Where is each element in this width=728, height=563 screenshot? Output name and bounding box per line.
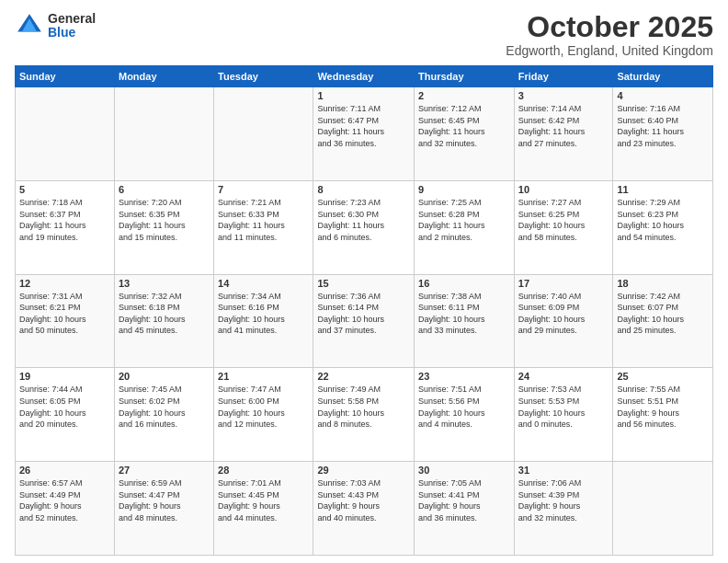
logo-text: General Blue <box>48 12 96 40</box>
calendar-cell: 31Sunrise: 7:06 AM Sunset: 4:39 PM Dayli… <box>514 462 613 556</box>
day-number: 26 <box>19 465 110 476</box>
day-number: 3 <box>518 90 609 101</box>
day-info: Sunrise: 7:12 AM Sunset: 6:45 PM Dayligh… <box>418 103 510 149</box>
day-header-sunday: Sunday <box>16 66 115 87</box>
day-number: 27 <box>119 465 210 476</box>
day-info: Sunrise: 7:06 AM Sunset: 4:39 PM Dayligh… <box>518 477 609 523</box>
day-number: 23 <box>418 371 510 382</box>
day-number: 5 <box>19 184 110 195</box>
day-info: Sunrise: 7:31 AM Sunset: 6:21 PM Dayligh… <box>19 291 110 337</box>
day-number: 10 <box>518 184 609 195</box>
day-info: Sunrise: 6:57 AM Sunset: 4:49 PM Dayligh… <box>19 477 110 523</box>
day-info: Sunrise: 7:47 AM Sunset: 6:00 PM Dayligh… <box>218 384 309 430</box>
day-info: Sunrise: 7:21 AM Sunset: 6:33 PM Dayligh… <box>218 197 309 243</box>
day-number: 14 <box>218 278 309 289</box>
calendar-cell: 5Sunrise: 7:18 AM Sunset: 6:37 PM Daylig… <box>16 180 115 274</box>
calendar-cell: 13Sunrise: 7:32 AM Sunset: 6:18 PM Dayli… <box>114 274 213 368</box>
calendar-cell: 12Sunrise: 7:31 AM Sunset: 6:21 PM Dayli… <box>16 274 115 368</box>
calendar-cell: 17Sunrise: 7:40 AM Sunset: 6:09 PM Dayli… <box>514 274 613 368</box>
day-info: Sunrise: 7:11 AM Sunset: 6:47 PM Dayligh… <box>317 103 410 149</box>
day-info: Sunrise: 7:03 AM Sunset: 4:43 PM Dayligh… <box>317 477 410 523</box>
day-info: Sunrise: 7:40 AM Sunset: 6:09 PM Dayligh… <box>518 291 609 337</box>
day-number: 9 <box>418 184 510 195</box>
day-info: Sunrise: 7:38 AM Sunset: 6:11 PM Dayligh… <box>418 291 510 337</box>
day-info: Sunrise: 7:53 AM Sunset: 5:53 PM Dayligh… <box>518 384 609 430</box>
day-number: 12 <box>19 278 110 289</box>
day-info: Sunrise: 7:36 AM Sunset: 6:14 PM Dayligh… <box>317 291 410 337</box>
calendar-cell: 19Sunrise: 7:44 AM Sunset: 6:05 PM Dayli… <box>16 368 115 462</box>
calendar-cell: 28Sunrise: 7:01 AM Sunset: 4:45 PM Dayli… <box>214 462 313 556</box>
day-number: 30 <box>418 465 510 476</box>
day-number: 18 <box>617 278 709 289</box>
day-info: Sunrise: 7:49 AM Sunset: 5:58 PM Dayligh… <box>317 384 410 430</box>
week-row-3: 19Sunrise: 7:44 AM Sunset: 6:05 PM Dayli… <box>16 368 713 462</box>
day-header-friday: Friday <box>514 66 613 87</box>
calendar-cell <box>16 87 115 181</box>
day-info: Sunrise: 7:14 AM Sunset: 6:42 PM Dayligh… <box>518 103 609 149</box>
calendar-cell: 8Sunrise: 7:23 AM Sunset: 6:30 PM Daylig… <box>313 180 415 274</box>
calendar-cell: 9Sunrise: 7:25 AM Sunset: 6:28 PM Daylig… <box>415 180 515 274</box>
title-block: October 2025 Edgworth, England, United K… <box>506 11 713 58</box>
day-info: Sunrise: 7:23 AM Sunset: 6:30 PM Dayligh… <box>317 197 410 243</box>
calendar-cell: 22Sunrise: 7:49 AM Sunset: 5:58 PM Dayli… <box>313 368 415 462</box>
calendar-cell: 1Sunrise: 7:11 AM Sunset: 6:47 PM Daylig… <box>313 87 415 181</box>
day-number: 1 <box>317 90 410 101</box>
day-header-saturday: Saturday <box>613 66 713 87</box>
calendar-cell: 15Sunrise: 7:36 AM Sunset: 6:14 PM Dayli… <box>313 274 415 368</box>
day-number: 21 <box>218 371 309 382</box>
calendar-cell: 23Sunrise: 7:51 AM Sunset: 5:56 PM Dayli… <box>415 368 515 462</box>
day-info: Sunrise: 7:25 AM Sunset: 6:28 PM Dayligh… <box>418 197 510 243</box>
calendar-cell: 11Sunrise: 7:29 AM Sunset: 6:23 PM Dayli… <box>613 180 713 274</box>
day-info: Sunrise: 7:44 AM Sunset: 6:05 PM Dayligh… <box>19 384 110 430</box>
day-info: Sunrise: 6:59 AM Sunset: 4:47 PM Dayligh… <box>119 477 210 523</box>
day-header-tuesday: Tuesday <box>214 66 313 87</box>
calendar-cell: 4Sunrise: 7:16 AM Sunset: 6:40 PM Daylig… <box>613 87 713 181</box>
day-number: 20 <box>119 371 210 382</box>
calendar-cell: 3Sunrise: 7:14 AM Sunset: 6:42 PM Daylig… <box>514 87 613 181</box>
calendar-cell: 10Sunrise: 7:27 AM Sunset: 6:25 PM Dayli… <box>514 180 613 274</box>
calendar-cell: 26Sunrise: 6:57 AM Sunset: 4:49 PM Dayli… <box>16 462 115 556</box>
calendar-cell: 16Sunrise: 7:38 AM Sunset: 6:11 PM Dayli… <box>415 274 515 368</box>
calendar-cell: 7Sunrise: 7:21 AM Sunset: 6:33 PM Daylig… <box>214 180 313 274</box>
day-info: Sunrise: 7:55 AM Sunset: 5:51 PM Dayligh… <box>617 384 709 430</box>
day-number: 24 <box>518 371 609 382</box>
day-info: Sunrise: 7:34 AM Sunset: 6:16 PM Dayligh… <box>218 291 309 337</box>
day-info: Sunrise: 7:45 AM Sunset: 6:02 PM Dayligh… <box>119 384 210 430</box>
calendar-cell <box>214 87 313 181</box>
calendar-cell: 2Sunrise: 7:12 AM Sunset: 6:45 PM Daylig… <box>415 87 515 181</box>
calendar-table: SundayMondayTuesdayWednesdayThursdayFrid… <box>15 65 713 556</box>
day-number: 19 <box>19 371 110 382</box>
day-header-thursday: Thursday <box>415 66 515 87</box>
day-number: 16 <box>418 278 510 289</box>
day-info: Sunrise: 7:27 AM Sunset: 6:25 PM Dayligh… <box>518 197 609 243</box>
day-info: Sunrise: 7:16 AM Sunset: 6:40 PM Dayligh… <box>617 103 709 149</box>
day-number: 6 <box>119 184 210 195</box>
day-info: Sunrise: 7:05 AM Sunset: 4:41 PM Dayligh… <box>418 477 510 523</box>
calendar-cell: 30Sunrise: 7:05 AM Sunset: 4:41 PM Dayli… <box>415 462 515 556</box>
day-number: 22 <box>317 371 410 382</box>
week-row-1: 5Sunrise: 7:18 AM Sunset: 6:37 PM Daylig… <box>16 180 713 274</box>
logo: General Blue <box>15 11 96 40</box>
day-number: 8 <box>317 184 410 195</box>
logo-icon <box>15 11 44 40</box>
day-info: Sunrise: 7:32 AM Sunset: 6:18 PM Dayligh… <box>119 291 210 337</box>
calendar-cell: 21Sunrise: 7:47 AM Sunset: 6:00 PM Dayli… <box>214 368 313 462</box>
day-info: Sunrise: 7:18 AM Sunset: 6:37 PM Dayligh… <box>19 197 110 243</box>
day-info: Sunrise: 7:01 AM Sunset: 4:45 PM Dayligh… <box>218 477 309 523</box>
calendar-cell: 20Sunrise: 7:45 AM Sunset: 6:02 PM Dayli… <box>114 368 213 462</box>
calendar-cell: 18Sunrise: 7:42 AM Sunset: 6:07 PM Dayli… <box>613 274 713 368</box>
day-info: Sunrise: 7:51 AM Sunset: 5:56 PM Dayligh… <box>418 384 510 430</box>
day-info: Sunrise: 7:29 AM Sunset: 6:23 PM Dayligh… <box>617 197 709 243</box>
day-number: 15 <box>317 278 410 289</box>
calendar-cell: 27Sunrise: 6:59 AM Sunset: 4:47 PM Dayli… <box>114 462 213 556</box>
calendar-cell <box>613 462 713 556</box>
header: General Blue October 2025 Edgworth, Engl… <box>15 11 713 58</box>
day-number: 25 <box>617 371 709 382</box>
calendar-cell <box>114 87 213 181</box>
day-number: 29 <box>317 465 410 476</box>
month-title: October 2025 <box>506 11 713 43</box>
day-number: 17 <box>518 278 609 289</box>
day-number: 28 <box>218 465 309 476</box>
week-row-4: 26Sunrise: 6:57 AM Sunset: 4:49 PM Dayli… <box>16 462 713 556</box>
location: Edgworth, England, United Kingdom <box>506 43 713 58</box>
